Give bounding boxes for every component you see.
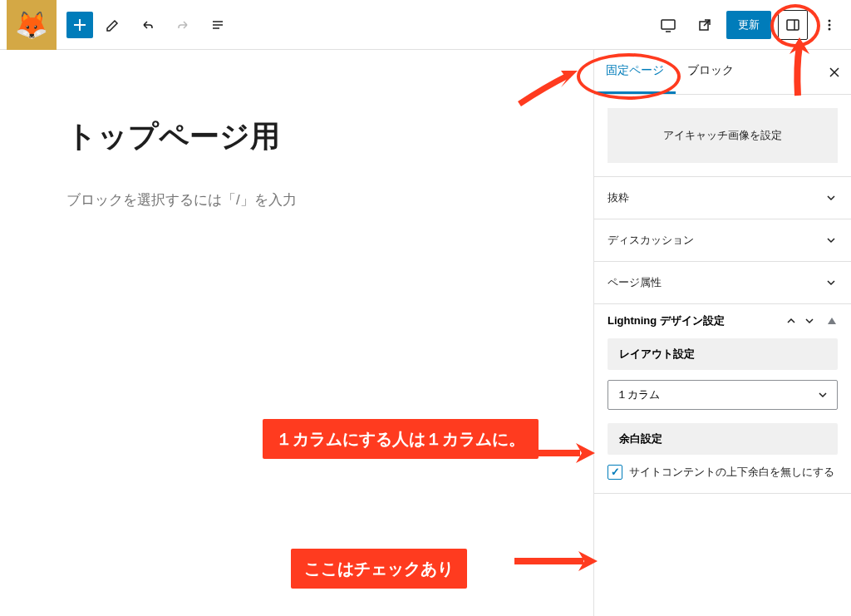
more-vertical-icon bbox=[821, 17, 838, 33]
panel-label: Lightning デザイン設定 bbox=[608, 314, 780, 328]
undo-button[interactable] bbox=[133, 10, 163, 40]
panel-discussion: ディスカッション bbox=[594, 219, 851, 262]
block-placeholder[interactable]: ブロックを選択するには「/」を入力 bbox=[66, 190, 544, 209]
svg-rect-2 bbox=[787, 20, 799, 30]
margin-checkbox-row[interactable]: ✓ サイトコンテントの上下余白を無しにする bbox=[608, 465, 838, 480]
svg-rect-0 bbox=[662, 20, 675, 29]
desktop-icon bbox=[659, 16, 677, 34]
editor-canvas[interactable]: トップページ用 ブロックを選択するには「/」を入力 bbox=[0, 50, 593, 616]
set-featured-image-button[interactable]: アイキャッチ画像を設定 bbox=[608, 108, 838, 163]
panel-label: 抜粋 bbox=[608, 190, 629, 205]
panel-excerpt: 抜粋 bbox=[594, 177, 851, 219]
undo-icon bbox=[140, 17, 156, 33]
update-button[interactable]: 更新 bbox=[726, 11, 771, 39]
chevron-down-icon bbox=[824, 191, 838, 205]
chevron-down-icon bbox=[824, 234, 838, 247]
more-options-button[interactable] bbox=[814, 10, 844, 40]
settings-sidebar: 固定ページ ブロック アイキャッチ画像を設定 抜粋 ディスカッション bbox=[593, 50, 851, 616]
svg-point-3 bbox=[829, 19, 831, 22]
chevron-down-icon bbox=[824, 276, 838, 289]
close-icon bbox=[828, 66, 841, 79]
edit-mode-button[interactable] bbox=[98, 10, 128, 40]
panel-label: ディスカッション bbox=[608, 233, 694, 248]
close-sidebar-button[interactable] bbox=[818, 59, 851, 86]
select-value: １カラム bbox=[617, 387, 660, 402]
svg-point-5 bbox=[829, 27, 831, 30]
annotation-column-note: １カラムにする人は１カラムに。 bbox=[263, 419, 539, 459]
chevron-up-icon bbox=[785, 314, 798, 328]
panel-featured-image: アイキャッチ画像を設定 bbox=[594, 95, 851, 177]
toolbar-left bbox=[66, 10, 233, 40]
document-overview-button[interactable] bbox=[203, 10, 233, 40]
panel-toggle-excerpt[interactable]: 抜粋 bbox=[594, 177, 851, 219]
panel-toggle-lightning[interactable]: Lightning デザイン設定 bbox=[594, 304, 851, 338]
checkbox-label: サイトコンテントの上下余白を無しにする bbox=[629, 465, 834, 480]
redo-button[interactable] bbox=[168, 10, 198, 40]
chevron-down-icon bbox=[817, 389, 829, 401]
triangle-up-icon bbox=[826, 315, 838, 327]
sidebar-icon bbox=[785, 17, 801, 33]
pencil-icon bbox=[105, 17, 121, 33]
sidebar-tabs: 固定ページ ブロック bbox=[594, 50, 851, 95]
tab-block[interactable]: ブロック bbox=[676, 50, 745, 94]
lightning-panel-body: レイアウト設定 １カラム 余白設定 ✓ サイトコンテントの上下余白を無しにする bbox=[594, 338, 851, 493]
panel-label: ページ属性 bbox=[608, 275, 662, 290]
svg-point-4 bbox=[829, 23, 831, 26]
panel-lightning-design: Lightning デザイン設定 レイアウト設定 １カラム 余白設定 ✓ サイト… bbox=[594, 304, 851, 494]
external-link-icon bbox=[696, 17, 713, 33]
layout-select[interactable]: １カラム bbox=[608, 380, 838, 410]
panel-page-attributes: ページ属性 bbox=[594, 262, 851, 304]
checkbox-checked[interactable]: ✓ bbox=[608, 465, 622, 480]
view-button[interactable] bbox=[653, 10, 683, 40]
list-icon bbox=[209, 17, 226, 33]
add-block-button[interactable] bbox=[66, 12, 93, 38]
main-area: トップページ用 ブロックを選択するには「/」を入力 固定ページ ブロック アイキ… bbox=[0, 50, 851, 616]
panel-toggle-discussion[interactable]: ディスカッション bbox=[594, 219, 851, 261]
tab-page[interactable]: 固定ページ bbox=[594, 50, 676, 94]
settings-sidebar-toggle[interactable] bbox=[778, 10, 808, 40]
preview-button[interactable] bbox=[690, 10, 720, 40]
annotation-check-note: ここはチェックあり bbox=[291, 549, 467, 589]
chevron-down-icon bbox=[803, 314, 816, 328]
page-title[interactable]: トップページ用 bbox=[66, 116, 544, 157]
redo-icon bbox=[175, 17, 191, 33]
toolbar-right: 更新 bbox=[653, 10, 844, 40]
top-toolbar: 🦊 更新 bbox=[0, 0, 851, 50]
panel-toggle-page-attrs[interactable]: ページ属性 bbox=[594, 262, 851, 303]
margin-section-title: 余白設定 bbox=[608, 423, 838, 455]
plus-icon bbox=[71, 17, 88, 33]
layout-section-title: レイアウト設定 bbox=[608, 338, 838, 370]
site-logo[interactable]: 🦊 bbox=[7, 0, 57, 50]
